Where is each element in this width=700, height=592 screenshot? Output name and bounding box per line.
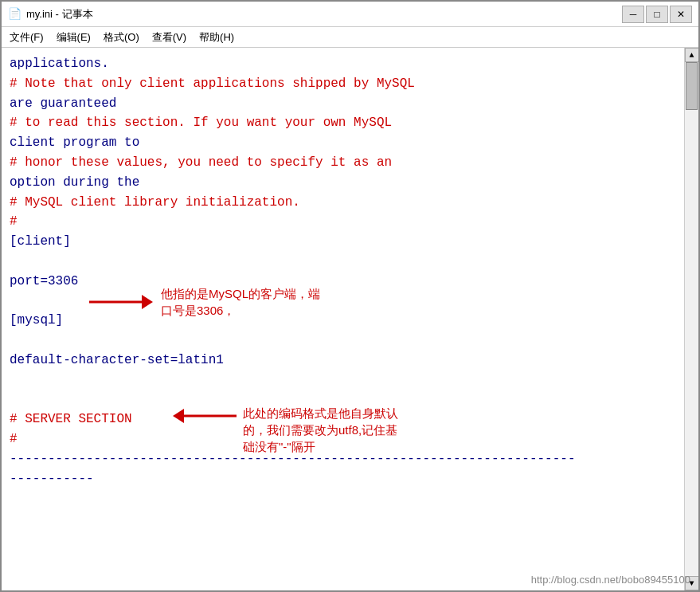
scroll-up-button[interactable]: ▲ — [685, 48, 699, 62]
menu-file[interactable]: 文件(F) — [5, 29, 49, 46]
text-editor[interactable]: applications. # Note that only client ap… — [2, 48, 684, 590]
title-bar-left: 📄 my.ini - 记事本 — [8, 7, 93, 22]
title-controls: ─ □ ✕ — [622, 6, 692, 23]
app-icon: 📄 — [8, 7, 22, 21]
menu-help[interactable]: 帮助(H) — [194, 29, 239, 46]
menu-edit[interactable]: 编辑(E) — [52, 29, 96, 46]
maximize-button[interactable]: □ — [646, 6, 668, 23]
watermark: http://blog.csdn.net/bobo89455100 — [531, 574, 690, 586]
menu-bar: 文件(F) 编辑(E) 格式(O) 查看(V) 帮助(H) — [2, 27, 698, 48]
annotation-client: 他指的是MySQL的客户端，端口号是3306， — [89, 285, 320, 319]
title-bar: 📄 my.ini - 记事本 ─ □ ✕ — [2, 2, 698, 27]
menu-view[interactable]: 查看(V) — [147, 29, 191, 46]
scrollbar-track[interactable] — [685, 62, 698, 576]
annotation-arrow-1 — [89, 294, 153, 310]
annotation-arrow-2 — [173, 408, 237, 424]
scrollbar-thumb[interactable] — [686, 62, 698, 110]
scrollbar[interactable]: ▲ ▼ — [684, 48, 698, 590]
close-button[interactable]: ✕ — [670, 6, 692, 23]
minimize-button[interactable]: ─ — [622, 6, 644, 23]
annotation-charset: 此处的编码格式是他自身默认的，我们需要改为utf8,记住基础没有"-"隔开 — [173, 405, 402, 455]
content-area: applications. # Note that only client ap… — [2, 48, 698, 590]
menu-format[interactable]: 格式(O) — [99, 29, 144, 46]
annotation-text-1: 他指的是MySQL的客户端，端口号是3306， — [161, 285, 320, 319]
annotation-text-2: 此处的编码格式是他自身默认的，我们需要改为utf8,记住基础没有"-"隔开 — [243, 405, 402, 455]
notepad-window: 📄 my.ini - 记事本 ─ □ ✕ 文件(F) 编辑(E) 格式(O) 查… — [0, 0, 700, 592]
window-title: my.ini - 记事本 — [26, 7, 93, 22]
